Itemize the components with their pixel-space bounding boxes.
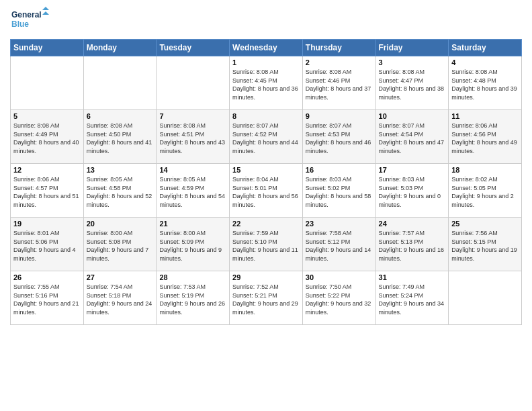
day-cell: 5Sunrise: 8:08 AM Sunset: 4:49 PM Daylig…	[11, 110, 84, 164]
logo: General Blue	[10, 7, 50, 34]
day-info: Sunrise: 8:08 AM Sunset: 4:50 PM Dayligh…	[87, 122, 154, 155]
day-cell: 1Sunrise: 8:08 AM Sunset: 4:45 PM Daylig…	[230, 56, 303, 110]
day-cell: 17Sunrise: 8:03 AM Sunset: 5:03 PM Dayli…	[375, 164, 449, 218]
day-number: 15	[232, 166, 300, 174]
week-row-5: 26Sunrise: 7:55 AM Sunset: 5:16 PM Dayli…	[11, 271, 522, 325]
day-info: Sunrise: 8:06 AM Sunset: 4:57 PM Dayligh…	[13, 175, 81, 209]
header-row: SundayMondayTuesdayWednesdayThursdayFrid…	[11, 40, 522, 56]
day-cell: 10Sunrise: 8:07 AM Sunset: 4:54 PM Dayli…	[375, 110, 449, 164]
day-info: Sunrise: 8:07 AM Sunset: 4:53 PM Dayligh…	[306, 122, 373, 155]
week-row-2: 5Sunrise: 8:08 AM Sunset: 4:49 PM Daylig…	[11, 110, 522, 164]
day-cell	[157, 56, 230, 110]
day-info: Sunrise: 8:08 AM Sunset: 4:51 PM Dayligh…	[159, 122, 226, 155]
day-cell: 4Sunrise: 8:08 AM Sunset: 4:48 PM Daylig…	[449, 56, 522, 110]
day-cell: 30Sunrise: 7:50 AM Sunset: 5:22 PM Dayli…	[302, 271, 375, 325]
day-cell: 19Sunrise: 8:01 AM Sunset: 5:06 PM Dayli…	[11, 218, 84, 271]
day-cell: 18Sunrise: 8:02 AM Sunset: 5:05 PM Dayli…	[449, 164, 522, 218]
day-info: Sunrise: 8:05 AM Sunset: 4:59 PM Dayligh…	[159, 175, 226, 209]
day-number: 31	[379, 273, 446, 281]
day-cell: 26Sunrise: 7:55 AM Sunset: 5:16 PM Dayli…	[11, 271, 84, 325]
day-info: Sunrise: 8:04 AM Sunset: 5:01 PM Dayligh…	[232, 175, 300, 209]
day-info: Sunrise: 8:07 AM Sunset: 4:54 PM Dayligh…	[379, 122, 446, 155]
day-number: 11	[451, 112, 519, 120]
day-cell: 24Sunrise: 7:57 AM Sunset: 5:13 PM Dayli…	[375, 218, 449, 271]
day-number: 8	[232, 112, 300, 120]
day-cell: 28Sunrise: 7:53 AM Sunset: 5:19 PM Dayli…	[157, 271, 230, 325]
day-cell: 13Sunrise: 8:05 AM Sunset: 4:58 PM Dayli…	[83, 164, 157, 218]
day-info: Sunrise: 8:08 AM Sunset: 4:49 PM Dayligh…	[13, 122, 81, 155]
day-info: Sunrise: 8:08 AM Sunset: 4:48 PM Dayligh…	[451, 68, 519, 101]
day-cell: 7Sunrise: 8:08 AM Sunset: 4:51 PM Daylig…	[157, 110, 230, 164]
day-number: 29	[232, 273, 300, 281]
day-number: 27	[87, 273, 154, 281]
day-number: 13	[87, 166, 154, 174]
day-cell: 6Sunrise: 8:08 AM Sunset: 4:50 PM Daylig…	[83, 110, 157, 164]
day-number: 25	[451, 220, 519, 228]
day-cell: 20Sunrise: 8:00 AM Sunset: 5:08 PM Dayli…	[83, 218, 157, 271]
day-cell: 14Sunrise: 8:05 AM Sunset: 4:59 PM Dayli…	[157, 164, 230, 218]
day-cell: 23Sunrise: 7:58 AM Sunset: 5:12 PM Dayli…	[302, 218, 375, 271]
day-number: 9	[306, 112, 373, 120]
day-number: 6	[87, 112, 154, 120]
day-info: Sunrise: 7:58 AM Sunset: 5:12 PM Dayligh…	[306, 229, 373, 263]
logo-svg: General Blue	[10, 7, 50, 34]
week-row-4: 19Sunrise: 8:01 AM Sunset: 5:06 PM Dayli…	[11, 218, 522, 271]
svg-text:Blue: Blue	[11, 19, 29, 29]
day-cell: 3Sunrise: 8:08 AM Sunset: 4:47 PM Daylig…	[375, 56, 449, 110]
day-cell	[11, 56, 84, 110]
day-cell: 22Sunrise: 7:59 AM Sunset: 5:10 PM Dayli…	[230, 218, 303, 271]
day-info: Sunrise: 8:01 AM Sunset: 5:06 PM Dayligh…	[13, 229, 81, 263]
day-cell	[449, 271, 522, 325]
calendar-table: SundayMondayTuesdayWednesdayThursdayFrid…	[10, 39, 522, 325]
header-cell-tuesday: Tuesday	[157, 40, 230, 56]
day-info: Sunrise: 8:03 AM Sunset: 5:02 PM Dayligh…	[306, 175, 373, 209]
svg-text:General: General	[11, 10, 42, 19]
day-info: Sunrise: 8:08 AM Sunset: 4:47 PM Dayligh…	[379, 68, 446, 101]
day-cell: 12Sunrise: 8:06 AM Sunset: 4:57 PM Dayli…	[11, 164, 84, 218]
day-info: Sunrise: 8:08 AM Sunset: 4:45 PM Dayligh…	[232, 68, 300, 101]
day-number: 24	[379, 220, 446, 228]
day-number: 1	[232, 58, 300, 66]
day-number: 20	[87, 220, 154, 228]
header-cell-wednesday: Wednesday	[230, 40, 303, 56]
day-info: Sunrise: 7:52 AM Sunset: 5:21 PM Dayligh…	[232, 283, 300, 316]
day-info: Sunrise: 7:55 AM Sunset: 5:16 PM Dayligh…	[13, 283, 81, 316]
day-cell: 25Sunrise: 7:56 AM Sunset: 5:15 PM Dayli…	[449, 218, 522, 271]
day-info: Sunrise: 8:06 AM Sunset: 4:56 PM Dayligh…	[451, 122, 519, 155]
day-info: Sunrise: 7:57 AM Sunset: 5:13 PM Dayligh…	[379, 229, 446, 263]
day-cell: 21Sunrise: 8:00 AM Sunset: 5:09 PM Dayli…	[157, 218, 230, 271]
day-info: Sunrise: 8:08 AM Sunset: 4:46 PM Dayligh…	[306, 68, 373, 101]
day-info: Sunrise: 7:50 AM Sunset: 5:22 PM Dayligh…	[306, 283, 373, 316]
day-cell: 31Sunrise: 7:49 AM Sunset: 5:24 PM Dayli…	[375, 271, 449, 325]
week-row-3: 12Sunrise: 8:06 AM Sunset: 4:57 PM Dayli…	[11, 164, 522, 218]
day-number: 10	[379, 112, 446, 120]
header: General Blue	[10, 7, 522, 34]
day-cell: 2Sunrise: 8:08 AM Sunset: 4:46 PM Daylig…	[302, 56, 375, 110]
day-cell: 15Sunrise: 8:04 AM Sunset: 5:01 PM Dayli…	[230, 164, 303, 218]
page-container: General Blue SundayMondayTuesdayWednesda…	[0, 0, 532, 332]
week-row-1: 1Sunrise: 8:08 AM Sunset: 4:45 PM Daylig…	[11, 56, 522, 110]
header-cell-sunday: Sunday	[11, 40, 84, 56]
day-number: 16	[306, 166, 373, 174]
day-info: Sunrise: 7:49 AM Sunset: 5:24 PM Dayligh…	[379, 283, 446, 316]
day-number: 7	[159, 112, 226, 120]
day-number: 4	[451, 58, 519, 66]
day-cell	[83, 56, 157, 110]
day-number: 28	[159, 273, 226, 281]
day-cell: 16Sunrise: 8:03 AM Sunset: 5:02 PM Dayli…	[302, 164, 375, 218]
day-cell: 8Sunrise: 8:07 AM Sunset: 4:52 PM Daylig…	[230, 110, 303, 164]
svg-marker-2	[42, 7, 49, 10]
day-number: 5	[13, 112, 81, 120]
header-cell-friday: Friday	[375, 40, 449, 56]
day-cell: 11Sunrise: 8:06 AM Sunset: 4:56 PM Dayli…	[449, 110, 522, 164]
day-info: Sunrise: 7:54 AM Sunset: 5:18 PM Dayligh…	[87, 283, 154, 316]
day-number: 17	[379, 166, 446, 174]
day-info: Sunrise: 8:05 AM Sunset: 4:58 PM Dayligh…	[87, 175, 154, 209]
day-number: 26	[13, 273, 81, 281]
day-cell: 9Sunrise: 8:07 AM Sunset: 4:53 PM Daylig…	[302, 110, 375, 164]
day-number: 18	[451, 166, 519, 174]
day-info: Sunrise: 8:07 AM Sunset: 4:52 PM Dayligh…	[232, 122, 300, 155]
day-number: 30	[306, 273, 373, 281]
day-number: 3	[379, 58, 446, 66]
header-cell-thursday: Thursday	[302, 40, 375, 56]
